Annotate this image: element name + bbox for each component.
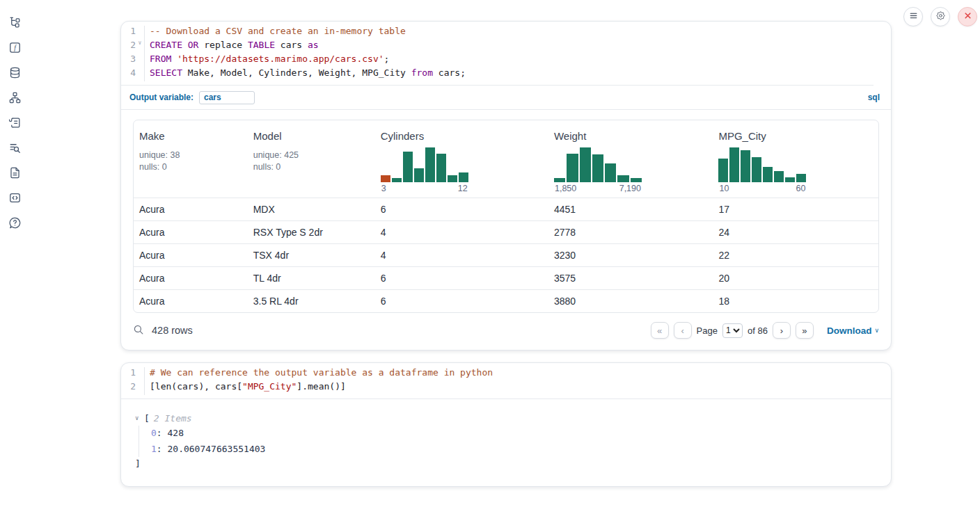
column-header-cylinders[interactable]: Cylinders312 <box>375 130 548 198</box>
sidebar-item-file-explorer[interactable] <box>8 16 22 29</box>
table-cell: 3880 <box>548 296 713 307</box>
fold-gutter <box>136 54 144 67</box>
histogram-axis: 1060 <box>718 182 806 198</box>
stat-line: unique: 38 <box>139 150 242 161</box>
histogram-bar <box>425 147 435 182</box>
code-line[interactable]: 2∨CREATE OR replace TABLE cars as <box>121 40 891 54</box>
histogram-bar <box>448 175 457 182</box>
table-cell: 2778 <box>548 227 713 238</box>
histogram-bar <box>605 163 616 183</box>
table-cell: TL 4dr <box>248 273 375 284</box>
table-cell: Acura <box>134 250 248 261</box>
stat-line: nulls: 0 <box>139 161 242 173</box>
python-code-editor[interactable]: 1# We can reference the output variable … <box>121 363 891 399</box>
table-cell: 3575 <box>548 273 713 284</box>
table-cell: 4451 <box>548 204 713 215</box>
column-label: Make <box>139 130 242 142</box>
line-number: 2 <box>121 381 136 395</box>
line-number: 2 <box>121 40 136 54</box>
last-page-button[interactable]: » <box>796 322 814 339</box>
column-header-mpg_city[interactable]: MPG_City1060 <box>713 130 878 198</box>
first-page-button[interactable]: « <box>651 322 669 339</box>
code-line[interactable]: 3FROM 'https://datasets.marimo.app/cars.… <box>121 54 891 67</box>
stat-line: unique: 425 <box>253 150 370 161</box>
database-icon <box>8 66 22 79</box>
list-close-bracket: ] <box>135 457 877 471</box>
entry-value: 20.060747663551403 <box>167 444 265 454</box>
table-row[interactable]: AcuraMDX6445117 <box>134 198 878 220</box>
tree-icon <box>8 16 22 29</box>
table-row[interactable]: AcuraRSX Type S 2dr4277824 <box>134 220 878 243</box>
histogram-bar <box>592 154 603 182</box>
histogram-bar <box>729 147 739 182</box>
svg-text:f: f <box>14 45 17 51</box>
code-line[interactable]: 4SELECT Make, Model, Cylinders, Weight, … <box>121 67 891 81</box>
column-histogram[interactable]: 1,8507,190 <box>554 142 642 198</box>
histogram-bar <box>763 167 773 183</box>
shutdown-button[interactable] <box>958 7 977 26</box>
page-total: of 86 <box>748 325 768 336</box>
code-line[interactable]: 2[len(cars), cars["MPG_City"].mean()] <box>121 381 891 395</box>
axis-max-label: 7,190 <box>619 184 641 193</box>
table-row[interactable]: AcuraTSX 4dr4323022 <box>134 243 878 266</box>
code-box-icon <box>8 191 22 204</box>
histogram-bar <box>718 159 728 182</box>
next-page-button[interactable]: › <box>773 322 791 339</box>
sitemap-icon <box>8 91 22 104</box>
sidebar-item-logs[interactable] <box>8 141 22 154</box>
code-line[interactable]: 1-- Download a CSV and create an in-memo… <box>121 26 891 40</box>
histogram-bar <box>459 172 468 182</box>
table-cell: 3230 <box>548 250 713 261</box>
code-text: # We can reference the output variable a… <box>144 367 891 381</box>
table-cell: Acura <box>134 296 248 307</box>
table-footer: 428 rows « ‹ Page 1 of 86 › » Download ∨ <box>121 313 891 350</box>
histogram-bar <box>381 175 390 182</box>
entry-value: 428 <box>167 428 183 438</box>
table-row[interactable]: Acura3.5 RL 4dr6388018 <box>134 289 878 312</box>
table-cell: Acura <box>134 204 248 215</box>
sidebar-item-snippets[interactable] <box>8 191 22 204</box>
table-cell: Acura <box>134 227 248 238</box>
code-text: -- Download a CSV and create an in-memor… <box>144 26 891 40</box>
column-header-make[interactable]: Makeunique: 38nulls: 0 <box>134 130 248 198</box>
output-variable-input[interactable] <box>199 91 255 104</box>
page-select[interactable]: 1 <box>722 323 743 338</box>
column-histogram[interactable]: 1060 <box>718 142 806 198</box>
histogram-bar <box>796 174 806 183</box>
settings-button[interactable] <box>931 7 950 26</box>
download-button[interactable]: Download ∨ <box>827 325 879 336</box>
column-header-model[interactable]: Modelunique: 425nulls: 0 <box>248 130 375 198</box>
column-header-weight[interactable]: Weight1,8507,190 <box>548 130 713 198</box>
sidebar-item-documentation[interactable] <box>8 166 22 179</box>
line-number: 1 <box>121 367 136 381</box>
helper-sidebar: f <box>8 16 22 230</box>
sidebar-item-variables[interactable]: f <box>8 41 22 54</box>
fold-chevron-icon[interactable]: ∨ <box>136 40 144 54</box>
code-text: [len(cars), cars["MPG_City"].mean()] <box>144 381 891 395</box>
list-entry: 0: 428 <box>151 426 877 442</box>
menu-button[interactable] <box>903 7 923 26</box>
prev-page-button[interactable]: ‹ <box>674 322 692 339</box>
search-icon[interactable] <box>133 324 144 337</box>
column-label: MPG_City <box>718 130 873 142</box>
page-label: Page <box>697 325 718 336</box>
chevron-down-icon[interactable]: ∨ <box>135 415 144 421</box>
table-cell: 6 <box>375 204 548 215</box>
sql-cell: 1-- Download a CSV and create an in-memo… <box>120 21 892 351</box>
hamburger-icon <box>908 10 919 24</box>
table-cell: 6 <box>375 273 548 284</box>
sql-code-editor[interactable]: 1-- Download a CSV and create an in-memo… <box>121 22 891 85</box>
sidebar-item-outline[interactable] <box>8 116 22 129</box>
sidebar-item-dependency-graph[interactable] <box>8 91 22 104</box>
axis-min-label: 1,850 <box>555 184 576 193</box>
sidebar-item-datasources[interactable] <box>8 66 22 79</box>
table-body: AcuraMDX6445117AcuraRSX Type S 2dr427782… <box>134 198 878 312</box>
column-histogram[interactable]: 312 <box>381 142 468 198</box>
sidebar-item-help[interactable] <box>8 216 22 230</box>
table-cell: 6 <box>375 296 548 307</box>
table-row[interactable]: AcuraTL 4dr6357520 <box>134 266 878 289</box>
entry-separator: : <box>157 428 168 438</box>
histogram-bar <box>774 171 784 182</box>
code-line[interactable]: 1# We can reference the output variable … <box>121 367 891 381</box>
list-open-bracket: [ <box>144 413 150 424</box>
